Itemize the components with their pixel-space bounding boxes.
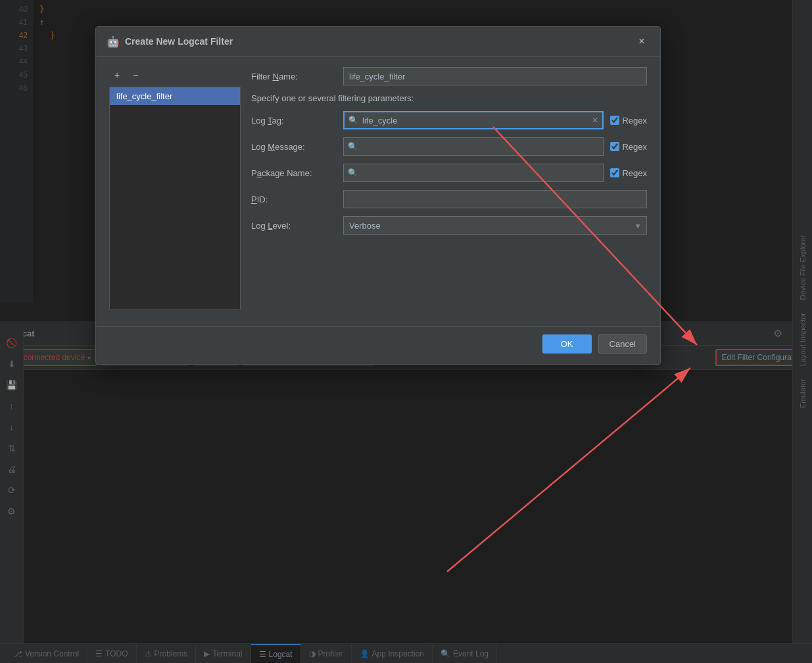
android-icon: 🤖 — [107, 35, 120, 48]
package-name-label: Package Name: — [251, 168, 343, 178]
dialog-title-left: 🤖 Create New Logcat Filter — [107, 35, 233, 48]
log-message-row: Log Message: 🔍 Regex — [251, 137, 647, 156]
log-message-regex-label: Regex — [622, 142, 647, 152]
package-name-regex-label: Regex — [622, 168, 647, 178]
log-message-regex-checkbox[interactable] — [610, 142, 619, 151]
pid-row: PID: — [251, 190, 647, 208]
filter-list-item[interactable]: life_cycle_filter — [110, 87, 240, 105]
dialog-close-button[interactable]: × — [634, 34, 650, 49]
log-tag-wrap: 🔍 ✕ — [343, 111, 604, 129]
remove-filter-button[interactable]: − — [128, 67, 143, 83]
package-search-icon: 🔍 — [344, 168, 362, 177]
package-name-regex-wrap: Regex — [610, 168, 647, 178]
package-name-row: Package Name: 🔍 Regex — [251, 164, 647, 182]
log-tag-label: Log Tag: — [251, 116, 343, 126]
package-name-wrap: 🔍 — [343, 164, 604, 182]
dialog-title: Create New Logcat Filter — [125, 36, 233, 47]
log-tag-search-icon: 🔍 — [345, 116, 362, 125]
dialog-overlay: 🤖 Create New Logcat Filter × + − life_cy… — [0, 0, 812, 663]
log-tag-regex-wrap: Regex — [610, 116, 647, 126]
log-message-wrap: 🔍 — [343, 137, 604, 156]
cancel-button[interactable]: Cancel — [598, 334, 647, 354]
log-level-row: Log Level: Verbose Debug Info Warn Error… — [251, 216, 647, 235]
filter-list: life_cycle_filter — [109, 87, 241, 310]
dialog-body: + − life_cycle_filter Filter Name: — [96, 57, 660, 321]
log-level-select[interactable]: Verbose Debug Info Warn Error Assert — [343, 216, 647, 235]
log-level-label: Log Level: — [251, 221, 343, 231]
dialog-footer: OK Cancel — [96, 326, 660, 364]
log-tag-input[interactable] — [362, 116, 588, 126]
log-tag-clear-button[interactable]: ✕ — [588, 116, 602, 125]
pid-input[interactable] — [343, 190, 647, 208]
dialog-titlebar: 🤖 Create New Logcat Filter × — [96, 27, 660, 57]
log-tag-row: Log Tag: 🔍 ✕ Regex — [251, 111, 647, 129]
log-tag-regex-label: Regex — [622, 116, 647, 126]
filter-form: Filter Name: Specify one or several filt… — [251, 67, 647, 310]
add-filter-button[interactable]: + — [109, 67, 125, 83]
package-name-input[interactable] — [362, 168, 603, 178]
filter-name-label: Filter Name: — [251, 72, 343, 81]
ok-button[interactable]: OK — [542, 334, 592, 354]
specify-text: Specify one or several filtering paramet… — [251, 93, 647, 103]
filter-name-item: life_cycle_filter — [116, 91, 172, 101]
filter-layout: + − life_cycle_filter Filter Name: — [109, 67, 647, 310]
log-level-select-wrap: Verbose Debug Info Warn Error Assert — [343, 216, 647, 235]
create-filter-dialog: 🤖 Create New Logcat Filter × + − life_cy… — [95, 26, 661, 365]
log-tag-regex-checkbox[interactable] — [610, 116, 619, 125]
package-name-regex-checkbox[interactable] — [610, 168, 619, 177]
filter-list-panel: + − life_cycle_filter — [109, 67, 241, 310]
log-message-input[interactable] — [362, 142, 603, 152]
pid-label: PID: — [251, 194, 343, 204]
filter-name-input[interactable] — [343, 67, 647, 85]
log-message-label: Log Message: — [251, 142, 343, 152]
filter-list-toolbar: + − — [109, 67, 241, 83]
log-message-search-icon: 🔍 — [344, 142, 362, 151]
filter-name-row: Filter Name: — [251, 67, 647, 85]
log-message-regex-wrap: Regex — [610, 142, 647, 152]
